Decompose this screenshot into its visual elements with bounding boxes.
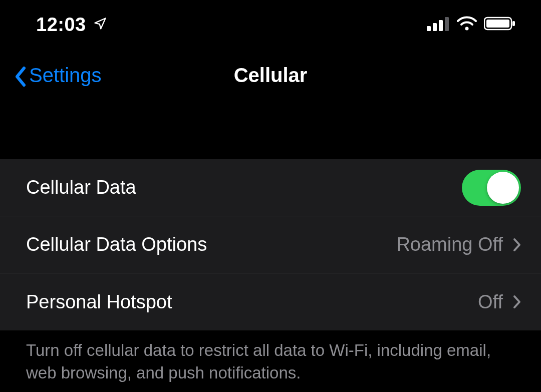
cellular-data-toggle[interactable] <box>462 170 521 206</box>
status-time: 12:03 <box>36 14 86 36</box>
nav-bar: Settings Cellular <box>0 45 541 105</box>
chevron-right-icon <box>513 295 521 309</box>
row-label: Cellular Data Options <box>26 234 207 255</box>
section-footer: Turn off cellular data to restrict all d… <box>0 330 541 384</box>
svg-rect-6 <box>486 20 509 28</box>
status-left: 12:03 <box>36 14 107 36</box>
row-right: Off <box>478 291 521 313</box>
row-value: Off <box>478 291 503 313</box>
svg-point-4 <box>465 27 469 31</box>
battery-icon <box>484 16 516 33</box>
status-bar: 12:03 <box>0 0 541 45</box>
row-label: Cellular Data <box>26 177 136 198</box>
svg-rect-2 <box>439 20 443 31</box>
svg-rect-1 <box>433 23 437 31</box>
status-right <box>427 16 516 33</box>
back-label: Settings <box>29 64 102 87</box>
toggle-knob <box>487 172 519 204</box>
chevron-left-icon <box>15 66 26 84</box>
location-icon <box>93 17 107 33</box>
section-spacer <box>0 105 541 159</box>
page-title: Cellular <box>234 64 308 87</box>
svg-rect-7 <box>512 21 515 26</box>
row-value: Roaming Off <box>396 234 503 255</box>
settings-list: Cellular Data Cellular Data Options Roam… <box>0 159 541 330</box>
row-personal-hotspot[interactable]: Personal Hotspot Off <box>0 273 541 330</box>
back-button[interactable]: Settings <box>15 64 102 87</box>
row-right: Roaming Off <box>396 234 521 255</box>
row-label: Personal Hotspot <box>26 291 172 313</box>
svg-rect-0 <box>427 26 431 31</box>
row-cellular-data-options[interactable]: Cellular Data Options Roaming Off <box>0 216 541 273</box>
chevron-right-icon <box>513 238 521 252</box>
svg-rect-3 <box>445 17 449 31</box>
cellular-signal-icon <box>427 16 450 33</box>
row-cellular-data[interactable]: Cellular Data <box>0 159 541 216</box>
wifi-icon <box>457 16 477 33</box>
